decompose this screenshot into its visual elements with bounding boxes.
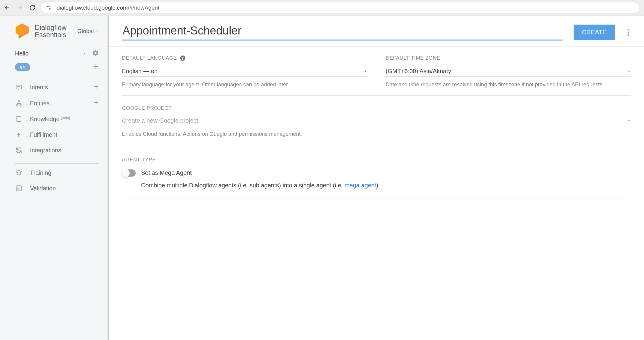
- app: Dialogflow Essentials Global Hello: [0, 16, 644, 340]
- sidebar-item-label: Integrations: [30, 147, 99, 154]
- sidebar-item-knowledge[interactable]: Knowledge[beta]: [0, 111, 108, 127]
- svg-point-2: [49, 8, 50, 9]
- svg-rect-20: [16, 186, 22, 191]
- divider: [15, 77, 99, 77]
- dialogflow-logo-icon: [15, 23, 29, 40]
- svg-point-15: [18, 100, 19, 102]
- plus-icon[interactable]: [93, 84, 99, 91]
- sidebar-item-label: Entities: [30, 100, 86, 107]
- checkbox-icon: [15, 185, 23, 192]
- field-heading-label: DEFAULT TIME ZONE: [386, 55, 440, 61]
- field-heading-label: AGENT TYPE: [122, 157, 156, 163]
- more-menu-icon[interactable]: [625, 26, 631, 38]
- language-value: English — en: [122, 68, 158, 75]
- helper-text: Enables Cloud functions, Actions on Goog…: [122, 130, 631, 138]
- helper-text: Primary language for your agent. Other l…: [122, 81, 368, 88]
- caret-down-icon: [627, 69, 631, 74]
- graduation-icon: [15, 169, 23, 176]
- url-text: dialogflow.cloud.google.com/#/newAgent: [57, 4, 159, 11]
- agent-selector[interactable]: Hello: [15, 50, 87, 57]
- caret-down-icon: [627, 118, 631, 123]
- browser-nav: [4, 5, 35, 11]
- svg-rect-17: [20, 105, 21, 106]
- sidebar-item-entities[interactable]: Entities: [0, 95, 108, 111]
- language-select[interactable]: English — en: [122, 68, 368, 77]
- chat-icon: [15, 84, 23, 91]
- sync-icon: [15, 147, 23, 154]
- mega-agent-toggle[interactable]: [122, 169, 136, 177]
- sidebar: Dialogflow Essentials Global Hello: [0, 16, 109, 340]
- plus-icon[interactable]: [93, 100, 99, 107]
- reload-icon[interactable]: [29, 5, 35, 11]
- svg-rect-9: [16, 85, 22, 89]
- sidebar-item-fulfillment[interactable]: Fulfillment: [0, 127, 108, 142]
- create-button[interactable]: CREATE: [574, 25, 615, 40]
- sidebar-item-label: Intents: [30, 84, 86, 91]
- agent-type-field: AGENT TYPE Set as Mega Agent Combine mul…: [122, 148, 631, 199]
- sidebar-item-label: Fulfillment: [30, 131, 99, 138]
- sidebar-item-integrations[interactable]: Integrations: [0, 142, 108, 158]
- project-select[interactable]: Create a new Google project: [122, 117, 631, 126]
- google-project-field: GOOGLE PROJECT Create a new Google proje…: [122, 97, 631, 147]
- sidebar-item-label: Validation: [30, 185, 99, 192]
- project-placeholder: Create a new Google project: [122, 117, 198, 124]
- toggle-label: Set as Mega Agent: [141, 169, 192, 176]
- forward-icon: [17, 5, 23, 11]
- address-bar[interactable]: dialogflow.cloud.google.com/#/newAgent: [41, 2, 640, 13]
- bolt-icon: [15, 131, 23, 138]
- sidebar-item-intents[interactable]: Intents: [0, 79, 108, 95]
- agent-name-input[interactable]: [122, 24, 563, 40]
- timezone-value: (GMT+6:00) Asia/Almaty: [386, 68, 451, 75]
- add-language-icon[interactable]: [93, 63, 99, 71]
- field-heading-label: GOOGLE PROJECT: [122, 105, 172, 111]
- brand-text: Dialogflow Essentials: [35, 24, 66, 38]
- field-heading-label: DEFAULT LANGUAGE: [122, 55, 177, 61]
- book-icon: [15, 115, 23, 123]
- default-timezone-field: DEFAULT TIME ZONE (GMT+6:00) Asia/Almaty…: [386, 55, 632, 88]
- back-icon[interactable]: [4, 5, 10, 11]
- helper-text: Date and time requests are resolved usin…: [386, 81, 632, 88]
- hierarchy-icon: [15, 100, 23, 107]
- caret-down-icon: [82, 51, 87, 55]
- caret-down-icon: [95, 29, 99, 33]
- sidebar-item-training[interactable]: Training: [0, 165, 108, 180]
- mega-agent-description: Combine multiple Dialogflow agents (i.e.…: [141, 182, 631, 189]
- site-settings-icon[interactable]: [46, 5, 51, 10]
- lang-timezone-row: DEFAULT LANGUAGE ? English — en Primary …: [122, 55, 631, 96]
- main-header: CREATE: [109, 16, 644, 47]
- caret-down-icon: [363, 69, 368, 74]
- scope-selector[interactable]: Global: [77, 28, 99, 34]
- svg-marker-5: [22, 23, 29, 37]
- mega-agent-link[interactable]: mega agent: [344, 182, 376, 189]
- timezone-select[interactable]: (GMT+6:00) Asia/Almaty: [386, 68, 632, 77]
- sidebar-item-label: Knowledge[beta]: [30, 115, 99, 123]
- help-icon[interactable]: ?: [180, 55, 185, 61]
- sidebar-item-label: Training: [30, 169, 99, 176]
- language-chip[interactable]: en: [15, 63, 30, 71]
- divider: [15, 163, 99, 164]
- browser-chrome: dialogflow.cloud.google.com/#/newAgent: [0, 0, 644, 16]
- svg-point-0: [47, 6, 48, 7]
- sidebar-nav: Intents Entities: [0, 78, 108, 196]
- main: CREATE DEFAULT LANGUAGE ? English — en P…: [109, 16, 644, 340]
- gear-icon[interactable]: [92, 49, 99, 58]
- svg-rect-16: [16, 105, 18, 106]
- brand-logo[interactable]: Dialogflow Essentials: [15, 23, 66, 40]
- default-language-field: DEFAULT LANGUAGE ? English — en Primary …: [122, 55, 368, 88]
- sidebar-item-validation[interactable]: Validation: [0, 180, 108, 196]
